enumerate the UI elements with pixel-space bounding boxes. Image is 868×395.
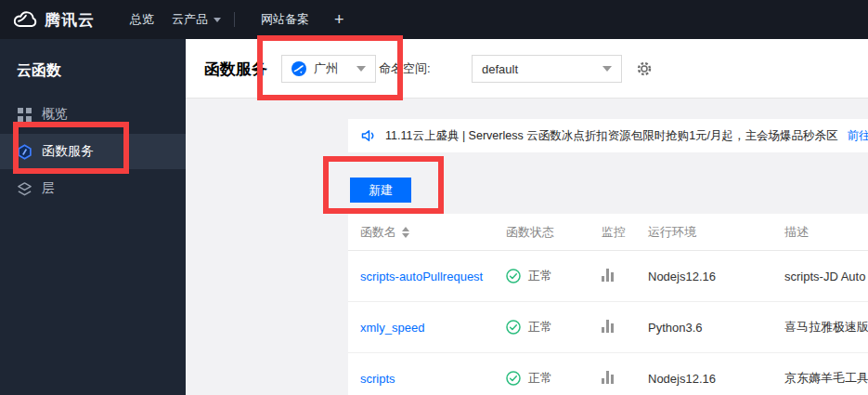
function-name-link[interactable]: xmly_speed xyxy=(360,321,506,335)
grid-icon xyxy=(17,107,32,123)
desc-cell: scripts-JD Auto P xyxy=(784,270,868,283)
sidebar-item-functions[interactable]: 函数服务 xyxy=(0,134,186,169)
gear-icon[interactable] xyxy=(637,61,652,76)
region-value: 广州 xyxy=(314,60,338,77)
page-title: 函数服务 xyxy=(204,39,267,99)
status-label: 正常 xyxy=(528,370,552,387)
sidebar: 云函数 概览 函数服务 层 xyxy=(0,39,186,395)
col-header-status: 函数状态 xyxy=(506,224,602,241)
table-header-row: 函数名 函数状态 监控 运行环境 描述 xyxy=(348,214,868,251)
layers-icon xyxy=(17,181,32,197)
sort-icon[interactable] xyxy=(402,227,409,238)
hexagon-function-icon xyxy=(17,144,32,160)
function-name-link[interactable]: scripts-autoPullrequest xyxy=(360,270,506,283)
speaker-icon xyxy=(361,128,376,143)
sidebar-item-label: 层 xyxy=(42,180,55,197)
nav-divider xyxy=(234,12,235,27)
bar-chart-icon[interactable] xyxy=(602,269,614,282)
check-circle-icon xyxy=(506,371,521,386)
status-cell: 正常 xyxy=(506,370,602,387)
page-header: 函数服务 广州 命名空间: default xyxy=(186,39,868,99)
region-selector[interactable]: 广州 xyxy=(281,55,376,83)
runtime-cell: Nodejs12.16 xyxy=(648,372,784,386)
chevron-down-icon xyxy=(214,18,221,22)
notice-link[interactable]: 前往 xyxy=(848,128,868,144)
desc-cell: 喜马拉雅极速版刷 xyxy=(784,319,868,336)
nav-add-tab-button[interactable]: + xyxy=(334,0,344,39)
bar-chart-icon[interactable] xyxy=(602,371,614,384)
sidebar-item-overview[interactable]: 概览 xyxy=(0,97,186,132)
nav-item-overview[interactable]: 总览 xyxy=(130,0,154,39)
cloud-icon xyxy=(13,10,37,29)
table-row: scripts-autoPullrequest 正常 Nodejs12.16 s… xyxy=(348,251,868,302)
sidebar-title: 云函数 xyxy=(17,61,61,81)
table-row: scripts 正常 Nodejs12.16 京东薅羊毛工具 xyxy=(348,353,868,395)
desc-cell: 京东薅羊毛工具 xyxy=(784,370,868,387)
namespace-value: default xyxy=(482,62,518,76)
namespace-label: 命名空间: xyxy=(379,39,431,99)
col-header-desc: 描述 xyxy=(784,224,868,241)
table-row: xmly_speed 正常 Python3.6 喜马拉雅极速版刷 xyxy=(348,302,868,353)
brand-logo[interactable]: 腾讯云 xyxy=(13,0,95,39)
top-navbar: 腾讯云 总览 云产品 网站备案 + xyxy=(0,0,868,39)
col-header-monitor: 监控 xyxy=(602,224,648,241)
chevron-down-icon xyxy=(356,66,366,72)
sidebar-item-label: 函数服务 xyxy=(42,143,94,160)
function-table: 函数名 函数状态 监控 运行环境 描述 scripts-autoPullrequ… xyxy=(348,214,868,395)
runtime-cell: Python3.6 xyxy=(648,321,784,335)
check-circle-icon xyxy=(506,320,521,335)
nav-item-products[interactable]: 云产品 xyxy=(172,0,221,39)
status-cell: 正常 xyxy=(506,319,602,336)
function-name-link[interactable]: scripts xyxy=(360,372,506,386)
notice-text: 11.11云上盛典 | Serverless 云函数冰点折扣资源包限时抢购1元/… xyxy=(385,128,838,144)
brand-name: 腾讯云 xyxy=(45,9,95,31)
scf-console: 腾讯云 总览 云产品 网站备案 + 云函数 概览 函数服务 xyxy=(0,0,868,395)
nav-item-beian[interactable]: 网站备案 xyxy=(261,0,309,39)
status-cell: 正常 xyxy=(506,268,602,284)
globe-icon xyxy=(291,61,306,76)
col-header-name: 函数名 xyxy=(360,224,396,241)
sidebar-item-layers[interactable]: 层 xyxy=(0,171,186,206)
status-label: 正常 xyxy=(528,268,552,284)
status-label: 正常 xyxy=(528,319,552,336)
bar-chart-icon[interactable] xyxy=(602,320,614,333)
sidebar-item-label: 概览 xyxy=(42,106,68,123)
create-button[interactable]: 新建 xyxy=(350,178,411,203)
check-circle-icon xyxy=(506,269,521,283)
chevron-down-icon xyxy=(602,66,612,72)
namespace-selector[interactable]: default xyxy=(472,55,622,83)
promo-notice-bar: 11.11云上盛典 | Serverless 云函数冰点折扣资源包限时抢购1元/… xyxy=(348,119,868,152)
runtime-cell: Nodejs12.16 xyxy=(648,270,784,283)
col-header-runtime: 运行环境 xyxy=(648,224,784,241)
